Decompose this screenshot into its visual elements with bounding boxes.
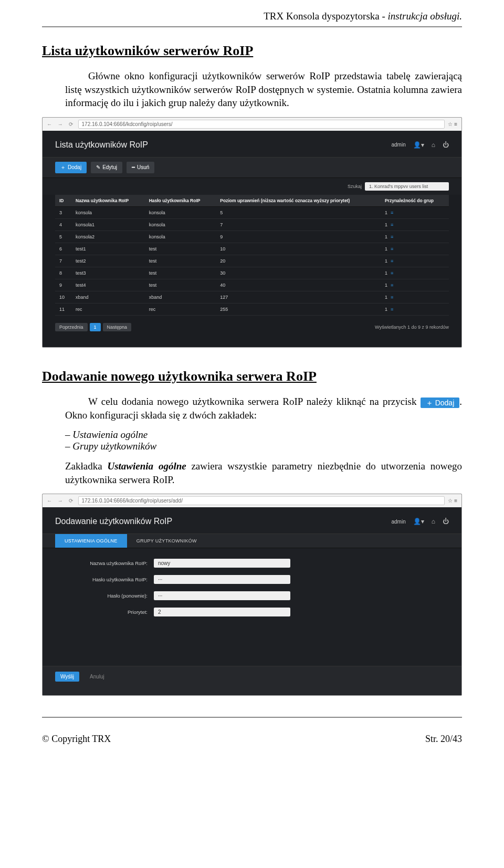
search-input[interactable]: 1. Konrad's mppvv users list [365, 182, 449, 191]
plus-icon: ＋ [426, 399, 433, 406]
home-icon[interactable]: ⌂ [432, 141, 435, 149]
page-footer: © Copyright TRX Str. 20/43 [0, 718, 504, 760]
table-row[interactable]: 7 test2 test 20 1≡ [55, 255, 449, 267]
inline-add-button[interactable]: ＋Dodaj [421, 398, 460, 408]
cell-id: 8 [55, 267, 71, 279]
col-groups[interactable]: Przynależność do grup [381, 195, 449, 207]
cell-id: 5 [55, 231, 71, 243]
form-row-priority: Priorytet: 2 [64, 608, 440, 616]
user-icon[interactable]: 👤▾ [413, 518, 424, 525]
cell-name: konsola2 [71, 231, 145, 243]
list-icon[interactable]: ≡ [391, 295, 393, 300]
bookmark-icon[interactable]: ☆ ≡ [448, 498, 457, 504]
table-row[interactable]: 8 test3 test 30 1≡ [55, 267, 449, 279]
cancel-button[interactable]: Anuluj [86, 672, 109, 682]
cell-pass: konsola [145, 218, 216, 231]
cell-pass: test [145, 243, 216, 255]
tab-groups[interactable]: GRUPY UŻYTKOWNIKÓW [127, 534, 206, 548]
cell-groups: 1≡ [381, 206, 449, 218]
list-icon[interactable]: ≡ [391, 246, 393, 252]
name-label: Nazwa użytkownika RoIP: [64, 560, 148, 566]
col-name[interactable]: Nazwa użytkownika RoIP [71, 195, 145, 207]
prev-button[interactable]: Poprzednia [55, 323, 88, 331]
cell-name: test2 [71, 255, 145, 267]
priority-label: Priorytet: [64, 609, 148, 615]
section2-para1: W celu dodania nowego użytkownika serwer… [65, 395, 462, 422]
form-row-pass2: Hasło (ponownie): ··· [64, 591, 440, 600]
power-icon[interactable]: ⏻ [443, 141, 449, 149]
cell-groups: 1≡ [381, 303, 449, 315]
cell-pass: test [145, 255, 216, 267]
screenshot-users-list: ← → ⟳ 172.16.0.104:6666/kdconfig/roip/us… [42, 117, 462, 348]
cell-groups: 1≡ [381, 218, 449, 231]
pass2-label: Hasło (ponownie): [64, 593, 148, 599]
power-icon[interactable]: ⏻ [443, 518, 449, 525]
next-button[interactable]: Następna [103, 323, 132, 331]
table-row[interactable]: 10 xband xband 127 1≡ [55, 291, 449, 303]
url-box[interactable]: 172.16.0.104:6666/kdconfig/roip/users/ [78, 120, 445, 129]
edit-button[interactable]: ✎Edytuj [91, 162, 122, 173]
bookmark-icon[interactable]: ☆ ≡ [448, 121, 457, 127]
table-row[interactable]: 11 rec rec 255 1≡ [55, 303, 449, 315]
nav-arrows-icon[interactable]: ← → ⟳ [47, 498, 75, 504]
priority-input[interactable]: 2 [154, 608, 290, 616]
list-icon[interactable]: ≡ [391, 283, 393, 288]
list-icon[interactable]: ≡ [391, 234, 393, 239]
pager: Poprzednia 1 Następna [55, 323, 131, 331]
tab-general[interactable]: USTAWIENIA OGÓLNE [55, 534, 127, 548]
section1-heading: Lista użytkowników serwerów RoIP [42, 43, 462, 59]
cell-priv: 255 [216, 303, 381, 315]
user-icon[interactable]: 👤▾ [413, 141, 424, 149]
url-box[interactable]: 172.16.0.104:6666/kdconfig/roip/users/ad… [78, 496, 445, 505]
list-icon[interactable]: ≡ [391, 222, 393, 227]
minus-icon: ━ [132, 164, 135, 170]
pass-input[interactable]: ··· [154, 575, 290, 584]
form-actions: Wyślij Anuluj [43, 666, 461, 695]
delete-button[interactable]: ━Usuń [127, 162, 154, 173]
cell-pass: rec [145, 303, 216, 315]
section1-para1: Główne okno konfiguracji użytkowników se… [65, 69, 462, 110]
header-rule [42, 26, 462, 27]
list-item: Ustawienia ogólne [65, 429, 462, 441]
cell-groups: 1≡ [381, 279, 449, 291]
list-icon[interactable]: ≡ [391, 210, 393, 215]
admin-label: admin [392, 142, 406, 148]
cell-pass: test [145, 267, 216, 279]
name-input[interactable]: nowy [154, 559, 290, 568]
section2-heading: Dodawanie nowego użytkownika serwera RoI… [42, 369, 462, 384]
list-icon[interactable]: ≡ [391, 270, 393, 276]
app-header: Dodawanie użytkowników RoIP admin 👤▾ ⌂ ⏻ [43, 507, 461, 534]
col-pass[interactable]: Hasło użytkownika RoIP [145, 195, 216, 207]
cell-id: 3 [55, 206, 71, 218]
nav-arrows-icon[interactable]: ← → ⟳ [47, 121, 75, 127]
table-row[interactable]: 4 konsola1 konsola 7 1≡ [55, 218, 449, 231]
header-right: admin 👤▾ ⌂ ⏻ [392, 141, 449, 149]
cell-name: test4 [71, 279, 145, 291]
header-right: admin 👤▾ ⌂ ⏻ [392, 518, 449, 525]
table-row[interactable]: 6 test1 test 10 1≡ [55, 243, 449, 255]
cell-priv: 10 [216, 243, 381, 255]
send-button[interactable]: Wyślij [55, 672, 79, 682]
cell-id: 6 [55, 243, 71, 255]
pass2-input[interactable]: ··· [154, 591, 290, 600]
form-row-name: Nazwa użytkownika RoIP: nowy [64, 559, 440, 568]
list-icon[interactable]: ≡ [391, 258, 393, 264]
cell-id: 11 [55, 303, 71, 315]
cell-id: 10 [55, 291, 71, 303]
app-title: Lista użytkowników RoIP [55, 140, 148, 150]
list-icon[interactable]: ≡ [391, 307, 393, 312]
cell-pass: konsola [145, 231, 216, 243]
table-row[interactable]: 3 konsola konsola 5 1≡ [55, 206, 449, 218]
cell-name: test1 [71, 243, 145, 255]
cell-groups: 1≡ [381, 255, 449, 267]
home-icon[interactable]: ⌂ [432, 518, 435, 525]
table-row[interactable]: 9 test4 test 40 1≡ [55, 279, 449, 291]
cell-id: 7 [55, 255, 71, 267]
col-id[interactable]: ID [55, 195, 71, 207]
table-row[interactable]: 5 konsola2 konsola 9 1≡ [55, 231, 449, 243]
cell-pass: konsola [145, 206, 216, 218]
page-number[interactable]: 1 [90, 323, 101, 331]
col-priv[interactable]: Poziom uprawnień (niższa wartość oznacza… [216, 195, 381, 207]
add-button[interactable]: ＋Dodaj [55, 162, 87, 173]
form-row-pass: Hasło użytkownika RoIP: ··· [64, 575, 440, 584]
